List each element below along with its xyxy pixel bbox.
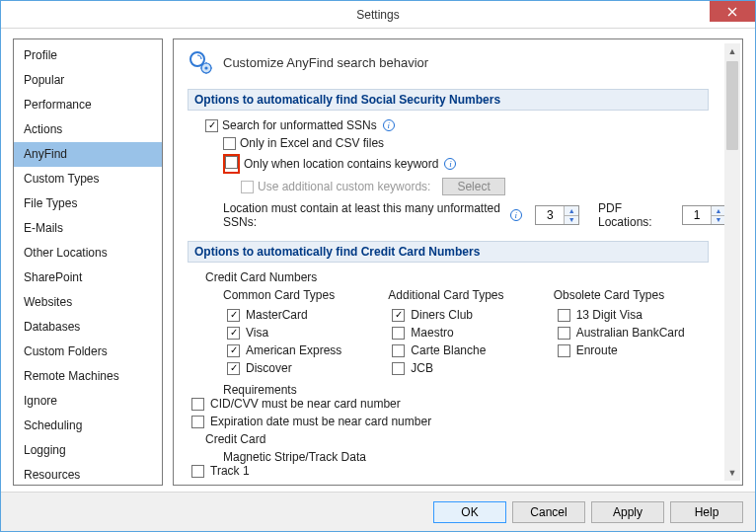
close-button[interactable]: [710, 1, 755, 22]
diners-label: Diners Club: [411, 308, 473, 322]
settings-panel: ▲ ▼ Customize AnyFind search behavior Op…: [173, 38, 743, 486]
sidebar-item-emails[interactable]: E-Mails: [14, 216, 162, 241]
min-count-input[interactable]: [536, 206, 564, 224]
cc-type-columns: Common Card Types MasterCard Visa Americ…: [223, 288, 709, 379]
sidebar-item-custom-folders[interactable]: Custom Folders: [14, 340, 162, 364]
discover-checkbox[interactable]: [227, 362, 240, 375]
svg-point-0: [190, 52, 204, 66]
ok-button[interactable]: OK: [433, 501, 506, 523]
only-excel-checkbox[interactable]: [223, 137, 236, 150]
mag-stripe-title: Magnetic Stripe/Track Data: [223, 450, 726, 464]
aus-bankcard-label: Australian BankCard: [576, 326, 685, 340]
amex-label: American Express: [246, 343, 341, 357]
visa-checkbox[interactable]: [227, 327, 240, 340]
min-count-label: Location must contain at least this many…: [223, 201, 504, 229]
cid-near-checkbox[interactable]: [191, 398, 204, 411]
exp-near-checkbox[interactable]: [191, 416, 204, 428]
scroll-up-icon[interactable]: ▲: [724, 43, 740, 59]
scroll-down-icon[interactable]: ▼: [724, 465, 740, 481]
sidebar-item-ignore[interactable]: Ignore: [14, 389, 162, 414]
pdf-locations-label: PDF Locations:: [598, 201, 670, 229]
amex-checkbox[interactable]: [227, 344, 240, 357]
search-unformatted-label: Search for unformatted SSNs: [222, 118, 377, 132]
only-excel-row: Only in Excel and CSV files: [223, 136, 726, 150]
obsolete-types-col: Obsolete Card Types 13 Digit Visa Austra…: [554, 288, 709, 379]
sidebar-item-profile[interactable]: Profile: [14, 43, 162, 68]
info-icon[interactable]: [510, 209, 522, 221]
only-keyword-label: Only when location contains keyword: [244, 157, 438, 171]
sidebar-item-popular[interactable]: Popular: [14, 68, 162, 93]
additional-types-col: Additional Card Types Diners Club Maestr…: [388, 288, 543, 379]
enroute-checkbox[interactable]: [558, 344, 570, 357]
only-keyword-checkbox[interactable]: [225, 156, 238, 169]
cid-near-label: CID/CVV must be near card number: [210, 397, 401, 411]
sidebar-item-other-locations[interactable]: Other Locations: [14, 241, 162, 266]
sidebar-item-actions[interactable]: Actions: [14, 117, 162, 142]
min-count-spinner[interactable]: ▲▼: [535, 205, 579, 225]
spin-down-icon[interactable]: ▼: [712, 215, 725, 225]
sidebar-item-logging[interactable]: Logging: [14, 438, 162, 463]
credit-card-group-label: Credit Card: [205, 432, 726, 446]
spin-up-icon[interactable]: ▲: [712, 206, 725, 215]
panel-scrollbar[interactable]: ▲ ▼: [724, 43, 740, 481]
additional-types-title: Additional Card Types: [388, 288, 543, 302]
panel-header: Customize AnyFind search behavior: [188, 49, 726, 75]
category-sidebar: Profile Popular Performance Actions AnyF…: [13, 38, 163, 486]
track1-label: Track 1: [210, 464, 250, 478]
custom-keywords-label: Use additional custom keywords:: [258, 180, 430, 193]
spin-down-icon[interactable]: ▼: [565, 215, 578, 225]
aus-bankcard-checkbox[interactable]: [558, 327, 570, 340]
help-button[interactable]: Help: [670, 501, 743, 523]
custom-keywords-checkbox[interactable]: [241, 181, 254, 193]
sidebar-item-resources[interactable]: Resources: [14, 463, 162, 486]
sidebar-item-remote-machines[interactable]: Remote Machines: [14, 364, 162, 389]
maestro-checkbox[interactable]: [392, 327, 405, 340]
sidebar-item-performance[interactable]: Performance: [14, 93, 162, 117]
select-keywords-button: Select: [442, 178, 504, 195]
exp-near-label: Expiration date must be near card number: [210, 415, 431, 428]
sidebar-item-file-types[interactable]: File Types: [14, 191, 162, 216]
sidebar-item-databases[interactable]: Databases: [14, 315, 162, 340]
obsolete-types-title: Obsolete Card Types: [554, 288, 709, 302]
requirements-title: Requirements: [223, 383, 726, 397]
jcb-checkbox[interactable]: [392, 362, 405, 375]
info-icon[interactable]: [383, 119, 395, 131]
visa-label: Visa: [246, 326, 268, 340]
carte-blanche-checkbox[interactable]: [392, 344, 405, 357]
jcb-label: JCB: [411, 361, 433, 375]
cc-numbers-group-label: Credit Card Numbers: [205, 270, 726, 284]
sidebar-item-custom-types[interactable]: Custom Types: [14, 167, 162, 191]
close-icon: [727, 7, 737, 17]
search-unformatted-checkbox[interactable]: [205, 119, 218, 132]
mastercard-checkbox[interactable]: [227, 309, 240, 322]
content-area: Profile Popular Performance Actions AnyF…: [1, 29, 755, 492]
search-unformatted-row: Search for unformatted SSNs: [205, 118, 726, 132]
carte-blanche-label: Carte Blanche: [411, 343, 486, 357]
only-keyword-row: Only when location contains keyword: [223, 154, 726, 174]
cancel-button[interactable]: Cancel: [512, 501, 585, 523]
scroll-thumb[interactable]: [726, 61, 738, 150]
sidebar-item-websites[interactable]: Websites: [14, 290, 162, 315]
maestro-label: Maestro: [411, 326, 453, 340]
13digit-visa-checkbox[interactable]: [558, 309, 570, 322]
track1-checkbox[interactable]: [191, 465, 204, 478]
titlebar: Settings: [1, 1, 755, 29]
13digit-visa-label: 13 Digit Visa: [576, 308, 643, 322]
apply-button[interactable]: Apply: [591, 501, 664, 523]
highlight-marker: [223, 154, 240, 174]
spin-up-icon[interactable]: ▲: [565, 206, 578, 215]
diners-checkbox[interactable]: [392, 309, 405, 322]
sidebar-item-anyfind[interactable]: AnyFind: [14, 142, 162, 167]
enroute-label: Enroute: [576, 343, 618, 357]
only-excel-label: Only in Excel and CSV files: [240, 136, 384, 150]
common-types-title: Common Card Types: [223, 288, 378, 302]
sidebar-item-sharepoint[interactable]: SharePoint: [14, 266, 162, 290]
dialog-footer: OK Cancel Apply Help: [1, 492, 755, 531]
pdf-locations-input[interactable]: [683, 206, 711, 224]
pdf-locations-spinner[interactable]: ▲▼: [682, 205, 726, 225]
discover-label: Discover: [246, 361, 292, 375]
info-icon[interactable]: [444, 158, 456, 170]
sidebar-item-scheduling[interactable]: Scheduling: [14, 414, 162, 438]
window-title: Settings: [356, 8, 399, 22]
cc-section-title: Options to automatically find Credit Car…: [188, 241, 709, 263]
